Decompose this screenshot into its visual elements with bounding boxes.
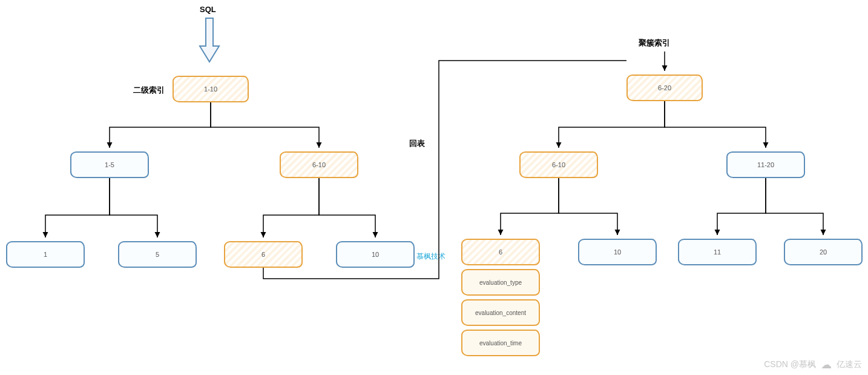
right-leaf-6: 6 — [461, 239, 540, 265]
footer-watermark: CSDN @慕枫 ☁ 亿速云 — [764, 358, 862, 371]
right-l1-right-node: 11-20 — [726, 151, 805, 178]
left-l1-right-node: 6-10 — [280, 151, 358, 178]
left-leaf-10: 10 — [336, 241, 415, 268]
back-to-table-label: 回表 — [409, 138, 425, 149]
left-leaf-5: 5 — [118, 241, 197, 268]
left-leaf-1: 1 — [6, 241, 85, 268]
right-root-node: 6-20 — [626, 75, 703, 101]
data-row-content: evaluation_content — [461, 299, 540, 326]
cloud-icon: ☁ — [821, 358, 832, 371]
data-row-type: evaluation_type — [461, 269, 540, 296]
left-leaf-6: 6 — [224, 241, 303, 268]
left-root-node: 1-10 — [173, 76, 249, 102]
watermark-author: CSDN @慕枫 — [764, 359, 816, 370]
right-l1-left-node: 6-10 — [519, 151, 598, 178]
watermark-site: 亿速云 — [837, 359, 862, 370]
data-row-time: evaluation_time — [461, 330, 540, 356]
brand-watermark: 慕枫技术 — [416, 251, 446, 262]
secondary-index-label: 二级索引 — [133, 85, 165, 96]
right-leaf-11: 11 — [678, 239, 757, 265]
connector-lines — [0, 0, 868, 375]
sql-label: SQL — [200, 5, 216, 14]
clustered-index-label: 聚簇索引 — [639, 38, 670, 48]
right-leaf-20: 20 — [784, 239, 863, 265]
left-l1-left-node: 1-5 — [70, 151, 149, 178]
right-leaf-10: 10 — [578, 239, 657, 265]
sql-arrow-icon — [199, 17, 220, 63]
